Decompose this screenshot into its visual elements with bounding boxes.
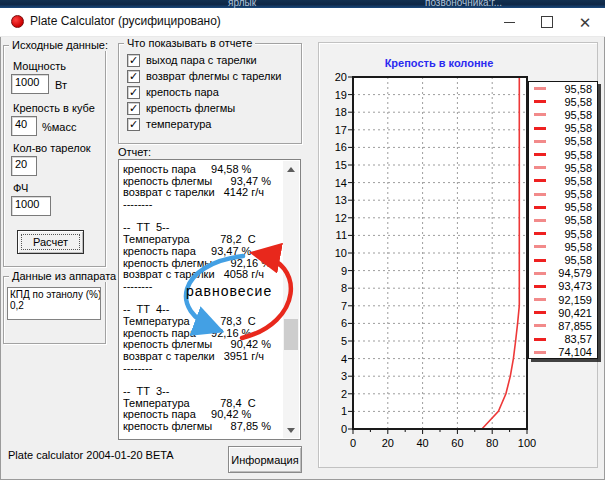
version-text: Plate calculator 2004-01-20 BETA: [8, 449, 174, 461]
close-button[interactable]: ✕: [566, 8, 604, 36]
legend-row: 87,855: [529, 319, 597, 332]
report-scrollbar[interactable]: [283, 161, 299, 438]
legend-value: 95,58: [564, 162, 592, 174]
report-line: крепость пара 94,58 %: [123, 164, 280, 176]
legend-marker-icon: [534, 338, 546, 341]
report-option-checkbox-row[interactable]: ✓температура: [127, 117, 211, 131]
y-axis-tick-label: 13: [327, 194, 347, 206]
chart-title: Крепость в колонне: [359, 57, 519, 69]
x-axis-tick-label: 20: [374, 437, 402, 449]
legend-value: 95,58: [564, 109, 592, 121]
apparatus-value-box[interactable]: КПД по этанолу (%) 0,2: [7, 287, 101, 320]
legend-marker-icon: [534, 100, 546, 103]
legend-row: 95,58: [529, 161, 597, 174]
y-axis-tick-label: 7: [327, 300, 347, 312]
y-axis-tick-label: 10: [327, 247, 347, 259]
y-axis-tick-label: 19: [327, 89, 347, 101]
legend-marker-icon: [534, 324, 546, 327]
y-axis-tick-label: 17: [327, 124, 347, 136]
legend-row: 95,58: [529, 214, 597, 227]
info-button[interactable]: Информация: [228, 446, 302, 473]
minimize-icon: [504, 22, 515, 23]
legend-row: 90,421: [529, 306, 597, 319]
power-unit: Вт: [55, 79, 67, 91]
y-axis-tick-label: 18: [327, 106, 347, 118]
legend-marker-icon: [534, 351, 546, 354]
report-label: Отчет:: [118, 146, 151, 158]
minimize-button[interactable]: [490, 8, 528, 36]
y-axis-tick-label: 5: [327, 335, 347, 347]
legend-marker-icon: [534, 153, 546, 156]
checkbox-label: крепость пара: [146, 86, 219, 98]
legend-value: 93,473: [558, 280, 592, 292]
x-axis-tick-label: 60: [443, 437, 471, 449]
legend-marker-icon: [534, 179, 546, 182]
y-axis-tick-label: 16: [327, 141, 347, 153]
report-options-group: Что показывать в отчете ✓выход пара с та…: [118, 43, 302, 144]
checkbox-label: возврат флегмы с тарелки: [146, 70, 281, 82]
power-input[interactable]: 1000: [11, 74, 49, 94]
input-data-group-title: Исходные данные:: [9, 39, 111, 51]
legend-value: 95,58: [564, 254, 592, 266]
report-option-checkbox-row[interactable]: ✓крепость флегмы: [127, 101, 235, 115]
legend-row: 93,473: [529, 280, 597, 293]
plate-count-label: Кол-во тарелок: [13, 142, 91, 154]
scroll-down-button[interactable]: [283, 422, 299, 438]
fch-label: ФЧ: [13, 182, 28, 194]
checkbox-checked[interactable]: ✓: [127, 86, 140, 99]
column-strength-plot: [345, 75, 535, 441]
chart-legend: 95,5895,5895,5895,5895,5895,5895,5895,58…: [528, 81, 598, 359]
report-line: --------: [123, 363, 280, 375]
checkbox-checked[interactable]: ✓: [127, 70, 140, 83]
scrollbar-thumb[interactable]: [284, 319, 298, 350]
legend-row: 95,58: [529, 240, 597, 253]
plate-count-input[interactable]: 20: [11, 156, 37, 176]
report-option-checkbox-row[interactable]: ✓выход пара с тарелки: [127, 53, 257, 67]
background-window-strip: ярлык позвоночника:г...: [0, 0, 605, 8]
y-axis-tick-label: 8: [327, 282, 347, 294]
legend-row: 92,159: [529, 293, 597, 306]
x-axis-tick-label: 100: [513, 437, 541, 449]
legend-value: 95,58: [564, 228, 592, 240]
report-option-checkbox-row[interactable]: ✓крепость пара: [127, 85, 219, 99]
checkbox-checked[interactable]: ✓: [127, 118, 140, 131]
report-line: -- ТТ 3--: [123, 386, 280, 398]
legend-marker-icon: [534, 166, 546, 169]
close-icon: ✕: [579, 15, 592, 30]
legend-row: 95,58: [529, 201, 597, 214]
legend-value: 95,58: [564, 175, 592, 187]
cube-strength-input[interactable]: 40: [11, 116, 37, 136]
app-icon: [11, 15, 24, 28]
legend-value: 95,58: [564, 188, 592, 200]
legend-marker-icon: [534, 298, 546, 301]
report-line: --------: [123, 199, 280, 211]
legend-value: 87,855: [558, 320, 592, 332]
legend-value: 92,159: [558, 294, 592, 306]
report-line: крепость пара 93,47 %: [123, 246, 280, 258]
scroll-up-button[interactable]: [283, 161, 299, 177]
legend-row: 95,58: [529, 135, 597, 148]
window-title: Plate Calculator (русифицировано): [30, 14, 221, 28]
legend-row: 94,579: [529, 267, 597, 280]
legend-marker-icon: [534, 311, 546, 314]
maximize-button[interactable]: [528, 8, 566, 36]
legend-marker-icon: [534, 232, 546, 235]
legend-row: 95,58: [529, 82, 597, 95]
report-line: крепость флегмы 87,85 %: [123, 421, 280, 433]
checkbox-checked[interactable]: ✓: [127, 54, 140, 67]
chart-panel: Крепость в колонне 012345678910111213141…: [318, 42, 598, 468]
report-line: --------: [123, 281, 280, 293]
info-button-label: Информация: [231, 454, 298, 466]
legend-row: 83,57: [529, 333, 597, 346]
checkbox-label: температура: [146, 118, 211, 130]
report-content: крепость пара 94,58 %крепость флегмы 93,…: [123, 164, 280, 437]
legend-row: 74,104: [529, 346, 597, 359]
checkbox-checked[interactable]: ✓: [127, 102, 140, 115]
fch-input[interactable]: 1000: [11, 196, 51, 216]
legend-row: 95,58: [529, 95, 597, 108]
cube-strength-label: Крепость в кубе: [13, 102, 95, 114]
y-axis-tick-label: 2: [327, 388, 347, 400]
report-option-checkbox-row[interactable]: ✓возврат флегмы с тарелки: [127, 69, 281, 83]
report-textarea[interactable]: крепость пара 94,58 %крепость флегмы 93,…: [118, 159, 301, 440]
calculate-button[interactable]: Расчет: [17, 230, 84, 254]
